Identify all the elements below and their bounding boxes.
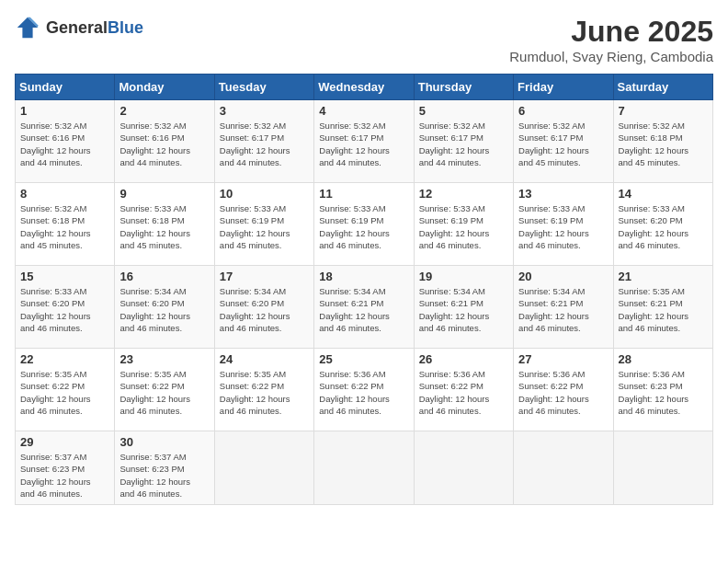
daylight-label: Daylight: 12 hours — [220, 145, 290, 155]
calendar-week-3: 15 Sunrise: 5:33 AM Sunset: 6:20 PM Dayl… — [16, 266, 713, 349]
sunset-label: Sunset: 6:22 PM — [419, 381, 483, 391]
calendar-week-2: 8 Sunrise: 5:32 AM Sunset: 6:18 PM Dayli… — [16, 183, 713, 266]
day-info: Sunrise: 5:35 AM Sunset: 6:22 PM Dayligh… — [20, 368, 109, 417]
calendar-table: SundayMondayTuesdayWednesdayThursdayFrid… — [15, 74, 713, 505]
day-number: 4 — [319, 104, 408, 118]
daylight-minutes: and 46 minutes. — [20, 406, 83, 416]
calendar-week-5: 29 Sunrise: 5:37 AM Sunset: 6:23 PM Dayl… — [16, 431, 713, 505]
day-info: Sunrise: 5:35 AM Sunset: 6:22 PM Dayligh… — [119, 368, 209, 417]
calendar-cell: 7 Sunrise: 5:32 AM Sunset: 6:18 PM Dayli… — [613, 100, 712, 183]
day-number: 17 — [220, 270, 309, 283]
header-sunday: Sunday — [16, 75, 115, 100]
daylight-label: Daylight: 12 hours — [119, 311, 190, 321]
header-monday: Monday — [115, 75, 214, 100]
sunrise-label: Sunrise: 5:34 AM — [220, 286, 286, 296]
daylight-label: Daylight: 12 hours — [20, 394, 91, 404]
daylight-minutes: and 46 minutes. — [419, 240, 482, 250]
sunrise-label: Sunrise: 5:33 AM — [518, 203, 585, 213]
daylight-minutes: and 46 minutes. — [119, 323, 182, 333]
sunset-label: Sunset: 6:19 PM — [220, 215, 284, 225]
day-info: Sunrise: 5:33 AM Sunset: 6:20 PM Dayligh… — [619, 202, 708, 251]
day-number: 2 — [119, 104, 209, 118]
calendar-cell: 10 Sunrise: 5:33 AM Sunset: 6:19 PM Dayl… — [214, 183, 313, 266]
daylight-label: Daylight: 12 hours — [619, 394, 689, 404]
day-number: 15 — [20, 270, 109, 283]
daylight-minutes: and 46 minutes. — [319, 240, 381, 250]
day-number: 3 — [220, 104, 309, 118]
sunrise-label: Sunrise: 5:34 AM — [518, 286, 585, 296]
sunrise-label: Sunrise: 5:34 AM — [419, 286, 485, 296]
sunset-label: Sunset: 6:19 PM — [319, 215, 383, 225]
calendar-cell — [514, 431, 613, 505]
day-number: 25 — [319, 352, 408, 366]
sunrise-label: Sunrise: 5:33 AM — [119, 203, 186, 213]
calendar-cell: 28 Sunrise: 5:36 AM Sunset: 6:23 PM Dayl… — [613, 349, 712, 431]
calendar-cell: 16 Sunrise: 5:34 AM Sunset: 6:20 PM Dayl… — [115, 266, 214, 349]
day-number: 27 — [518, 352, 608, 366]
day-number: 18 — [319, 270, 408, 283]
day-number: 14 — [619, 187, 708, 201]
day-number: 10 — [220, 187, 309, 201]
daylight-minutes: and 44 minutes. — [319, 157, 381, 167]
sunset-label: Sunset: 6:17 PM — [419, 132, 483, 143]
day-info: Sunrise: 5:34 AM Sunset: 6:20 PM Dayligh… — [119, 285, 209, 334]
daylight-label: Daylight: 12 hours — [518, 394, 589, 404]
sunset-label: Sunset: 6:22 PM — [319, 381, 383, 391]
calendar-title: June 2025 — [509, 15, 713, 49]
daylight-label: Daylight: 12 hours — [419, 394, 490, 404]
day-info: Sunrise: 5:34 AM Sunset: 6:21 PM Dayligh… — [518, 285, 608, 334]
calendar-cell: 17 Sunrise: 5:34 AM Sunset: 6:20 PM Dayl… — [214, 266, 313, 349]
day-info: Sunrise: 5:32 AM Sunset: 6:17 PM Dayligh… — [319, 120, 408, 168]
daylight-minutes: and 45 minutes. — [518, 157, 581, 167]
sunrise-label: Sunrise: 5:35 AM — [119, 369, 186, 379]
calendar-cell — [414, 431, 513, 505]
calendar-cell: 3 Sunrise: 5:32 AM Sunset: 6:17 PM Dayli… — [214, 100, 313, 183]
day-info: Sunrise: 5:32 AM Sunset: 6:16 PM Dayligh… — [20, 120, 109, 168]
daylight-label: Daylight: 12 hours — [419, 311, 490, 321]
daylight-label: Daylight: 12 hours — [119, 394, 190, 404]
daylight-minutes: and 46 minutes. — [119, 406, 182, 416]
daylight-label: Daylight: 12 hours — [20, 228, 91, 238]
day-number: 1 — [20, 104, 109, 118]
daylight-label: Daylight: 12 hours — [119, 145, 190, 155]
calendar-cell: 23 Sunrise: 5:35 AM Sunset: 6:22 PM Dayl… — [115, 349, 214, 431]
day-info: Sunrise: 5:33 AM Sunset: 6:19 PM Dayligh… — [419, 202, 508, 251]
daylight-label: Daylight: 12 hours — [220, 394, 290, 404]
calendar-cell: 6 Sunrise: 5:32 AM Sunset: 6:17 PM Dayli… — [514, 100, 613, 183]
daylight-minutes: and 45 minutes. — [20, 240, 83, 250]
logo-general: General — [46, 18, 108, 37]
daylight-minutes: and 45 minutes. — [619, 157, 681, 167]
sunset-label: Sunset: 6:22 PM — [220, 381, 284, 391]
daylight-minutes: and 46 minutes. — [20, 323, 83, 333]
day-info: Sunrise: 5:33 AM Sunset: 6:20 PM Dayligh… — [20, 285, 109, 334]
day-number: 5 — [419, 104, 508, 118]
daylight-minutes: and 45 minutes. — [220, 240, 282, 250]
calendar-cell — [314, 431, 414, 505]
calendar-header-row: SundayMondayTuesdayWednesdayThursdayFrid… — [16, 75, 713, 100]
day-number: 7 — [619, 104, 708, 118]
calendar-cell: 5 Sunrise: 5:32 AM Sunset: 6:17 PM Dayli… — [414, 100, 513, 183]
daylight-label: Daylight: 12 hours — [619, 311, 689, 321]
sunrise-label: Sunrise: 5:34 AM — [319, 286, 385, 296]
daylight-minutes: and 46 minutes. — [518, 240, 581, 250]
sunrise-label: Sunrise: 5:36 AM — [619, 369, 685, 379]
daylight-minutes: and 46 minutes. — [319, 406, 381, 416]
daylight-minutes: and 44 minutes. — [20, 157, 83, 167]
sunrise-label: Sunrise: 5:32 AM — [20, 121, 86, 131]
daylight-label: Daylight: 12 hours — [518, 145, 589, 155]
sunrise-label: Sunrise: 5:33 AM — [419, 203, 485, 213]
sunrise-label: Sunrise: 5:34 AM — [119, 286, 186, 296]
daylight-minutes: and 46 minutes. — [220, 406, 282, 416]
day-number: 23 — [119, 352, 209, 366]
calendar-cell: 1 Sunrise: 5:32 AM Sunset: 6:16 PM Dayli… — [16, 100, 115, 183]
sunset-label: Sunset: 6:23 PM — [119, 464, 184, 474]
sunrise-label: Sunrise: 5:33 AM — [220, 203, 286, 213]
logo-icon — [15, 15, 40, 40]
sunset-label: Sunset: 6:18 PM — [119, 215, 184, 225]
day-number: 13 — [518, 187, 608, 201]
day-info: Sunrise: 5:32 AM Sunset: 6:17 PM Dayligh… — [220, 120, 309, 168]
day-info: Sunrise: 5:34 AM Sunset: 6:21 PM Dayligh… — [319, 285, 408, 334]
calendar-cell: 4 Sunrise: 5:32 AM Sunset: 6:17 PM Dayli… — [314, 100, 414, 183]
sunrise-label: Sunrise: 5:32 AM — [220, 121, 286, 131]
day-info: Sunrise: 5:32 AM Sunset: 6:17 PM Dayligh… — [518, 120, 608, 168]
